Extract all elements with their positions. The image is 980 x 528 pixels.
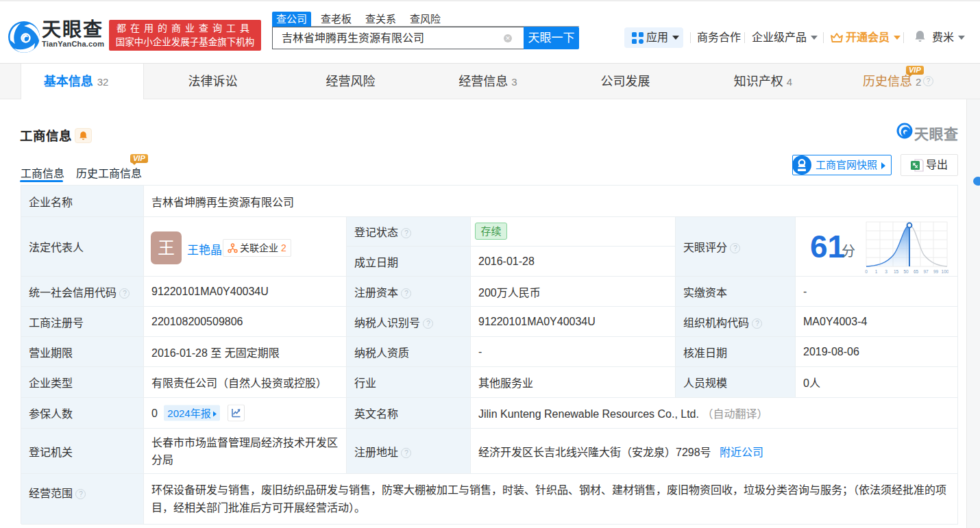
svg-text:0: 0 (865, 269, 868, 274)
svg-text:1: 1 (875, 269, 878, 274)
svg-text:15: 15 (894, 269, 899, 274)
svg-text:3: 3 (885, 269, 887, 274)
svg-text:97: 97 (923, 269, 929, 274)
svg-text:50: 50 (903, 269, 909, 274)
svg-text:65: 65 (914, 269, 919, 274)
svg-text:100: 100 (942, 269, 948, 274)
svg-text:99: 99 (933, 269, 939, 274)
